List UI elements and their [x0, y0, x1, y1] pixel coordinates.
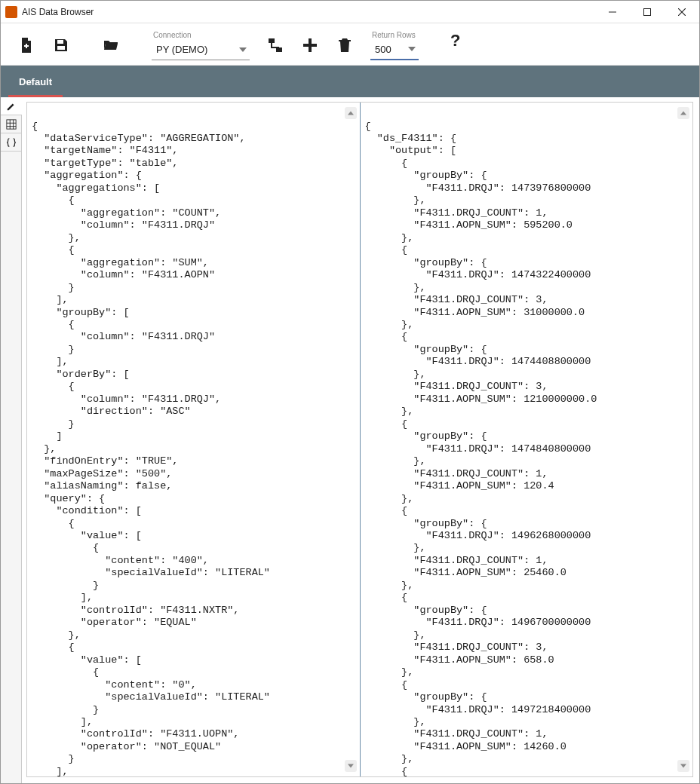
svg-rect-4	[57, 40, 63, 44]
svg-rect-6	[269, 38, 275, 43]
return-rows-value: 500	[375, 44, 391, 55]
minimize-button[interactable]	[595, 1, 630, 23]
request-json[interactable]: { "dataServiceType": "AGGREGATION", "tar…	[27, 113, 360, 777]
svg-rect-1	[644, 8, 651, 15]
connection-label: Connection	[153, 31, 250, 39]
connection-value: PY (DEMO)	[156, 44, 207, 55]
editor-panes: { "dataServiceType": "AGGREGATION", "tar…	[26, 102, 693, 777]
titlebar: AIS Data Browser	[1, 1, 699, 23]
scroll-up-button[interactable]	[677, 107, 689, 119]
tabbar: Default	[1, 66, 699, 97]
close-button[interactable]	[665, 1, 699, 23]
chevron-down-icon	[408, 45, 416, 53]
open-folder-button[interactable]	[96, 30, 126, 60]
svg-rect-5	[57, 46, 65, 50]
help-button[interactable]: ?	[444, 31, 466, 54]
app-icon	[5, 6, 17, 18]
request-pane[interactable]: { "dataServiceType": "AGGREGATION", "tar…	[27, 103, 360, 776]
scroll-down-button[interactable]	[345, 760, 357, 772]
tab-default[interactable]: Default	[8, 67, 63, 97]
connection-dropdown[interactable]: PY (DEMO)	[152, 39, 250, 60]
response-pane[interactable]: { "ds_F4311": { "output": [ { "groupBy":…	[360, 103, 693, 776]
save-button[interactable]	[46, 30, 76, 60]
svg-rect-10	[7, 119, 16, 128]
svg-rect-9	[303, 44, 317, 47]
maximize-button[interactable]	[630, 1, 665, 23]
chevron-down-icon	[239, 46, 247, 54]
svg-rect-0	[609, 11, 616, 12]
delete-button[interactable]	[330, 30, 360, 60]
left-toolbar	[1, 97, 22, 783]
add-button[interactable]	[295, 30, 325, 60]
response-json[interactable]: { "ds_F4311": { "output": [ { "groupBy":…	[361, 113, 693, 777]
return-rows-dropdown[interactable]: 500	[370, 39, 419, 60]
connection-field: Connection PY (DEMO)	[152, 31, 250, 60]
scroll-up-button[interactable]	[345, 107, 357, 119]
svg-rect-3	[26, 44, 27, 48]
return-rows-field: Return Rows 500	[370, 31, 419, 60]
window-controls	[595, 1, 699, 23]
body: { "dataServiceType": "AGGREGATION", "tar…	[1, 97, 699, 783]
connection-manage-button[interactable]	[260, 30, 290, 60]
toolbar: Connection PY (DEMO) Return Rows 500 ?	[1, 23, 699, 66]
grid-mode-button[interactable]	[1, 115, 22, 133]
app-window: AIS Data Browser Connection	[0, 0, 700, 784]
return-rows-label: Return Rows	[372, 31, 419, 39]
edit-mode-button[interactable]	[1, 97, 22, 115]
window-title: AIS Data Browser	[22, 7, 595, 17]
new-file-button[interactable]	[11, 30, 41, 60]
braces-mode-button[interactable]	[1, 133, 22, 152]
scroll-down-button[interactable]	[677, 760, 689, 772]
